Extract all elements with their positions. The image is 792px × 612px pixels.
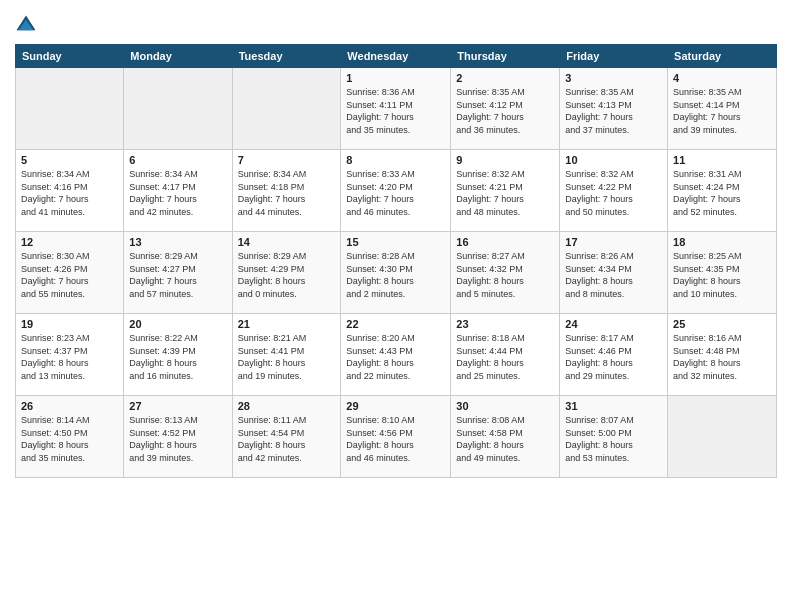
calendar-cell: 1Sunrise: 8:36 AM Sunset: 4:11 PM Daylig… xyxy=(341,68,451,150)
day-info: Sunrise: 8:32 AM Sunset: 4:22 PM Dayligh… xyxy=(565,168,662,218)
calendar-cell: 2Sunrise: 8:35 AM Sunset: 4:12 PM Daylig… xyxy=(451,68,560,150)
day-number: 20 xyxy=(129,318,226,330)
calendar-cell xyxy=(668,396,777,478)
calendar-week-row: 19Sunrise: 8:23 AM Sunset: 4:37 PM Dayli… xyxy=(16,314,777,396)
calendar-cell: 28Sunrise: 8:11 AM Sunset: 4:54 PM Dayli… xyxy=(232,396,341,478)
day-number: 23 xyxy=(456,318,554,330)
weekday-header: Thursday xyxy=(451,45,560,68)
calendar-cell: 12Sunrise: 8:30 AM Sunset: 4:26 PM Dayli… xyxy=(16,232,124,314)
day-number: 17 xyxy=(565,236,662,248)
day-info: Sunrise: 8:35 AM Sunset: 4:14 PM Dayligh… xyxy=(673,86,771,136)
calendar-cell: 26Sunrise: 8:14 AM Sunset: 4:50 PM Dayli… xyxy=(16,396,124,478)
calendar-cell: 14Sunrise: 8:29 AM Sunset: 4:29 PM Dayli… xyxy=(232,232,341,314)
day-number: 5 xyxy=(21,154,118,166)
calendar-cell: 10Sunrise: 8:32 AM Sunset: 4:22 PM Dayli… xyxy=(560,150,668,232)
calendar-cell: 7Sunrise: 8:34 AM Sunset: 4:18 PM Daylig… xyxy=(232,150,341,232)
day-info: Sunrise: 8:28 AM Sunset: 4:30 PM Dayligh… xyxy=(346,250,445,300)
header xyxy=(15,10,777,36)
calendar-cell xyxy=(16,68,124,150)
calendar-cell: 13Sunrise: 8:29 AM Sunset: 4:27 PM Dayli… xyxy=(124,232,232,314)
calendar-week-row: 5Sunrise: 8:34 AM Sunset: 4:16 PM Daylig… xyxy=(16,150,777,232)
day-number: 19 xyxy=(21,318,118,330)
calendar-cell: 8Sunrise: 8:33 AM Sunset: 4:20 PM Daylig… xyxy=(341,150,451,232)
weekday-header: Monday xyxy=(124,45,232,68)
calendar-cell: 16Sunrise: 8:27 AM Sunset: 4:32 PM Dayli… xyxy=(451,232,560,314)
calendar-cell: 29Sunrise: 8:10 AM Sunset: 4:56 PM Dayli… xyxy=(341,396,451,478)
day-number: 27 xyxy=(129,400,226,412)
day-number: 29 xyxy=(346,400,445,412)
day-info: Sunrise: 8:34 AM Sunset: 4:18 PM Dayligh… xyxy=(238,168,336,218)
day-number: 2 xyxy=(456,72,554,84)
day-info: Sunrise: 8:18 AM Sunset: 4:44 PM Dayligh… xyxy=(456,332,554,382)
day-number: 24 xyxy=(565,318,662,330)
day-number: 4 xyxy=(673,72,771,84)
day-number: 8 xyxy=(346,154,445,166)
day-info: Sunrise: 8:31 AM Sunset: 4:24 PM Dayligh… xyxy=(673,168,771,218)
weekday-header: Friday xyxy=(560,45,668,68)
calendar-header: SundayMondayTuesdayWednesdayThursdayFrid… xyxy=(16,45,777,68)
day-info: Sunrise: 8:27 AM Sunset: 4:32 PM Dayligh… xyxy=(456,250,554,300)
day-number: 3 xyxy=(565,72,662,84)
weekday-row: SundayMondayTuesdayWednesdayThursdayFrid… xyxy=(16,45,777,68)
calendar-week-row: 12Sunrise: 8:30 AM Sunset: 4:26 PM Dayli… xyxy=(16,232,777,314)
calendar-cell: 27Sunrise: 8:13 AM Sunset: 4:52 PM Dayli… xyxy=(124,396,232,478)
day-info: Sunrise: 8:29 AM Sunset: 4:27 PM Dayligh… xyxy=(129,250,226,300)
calendar-cell xyxy=(232,68,341,150)
day-number: 30 xyxy=(456,400,554,412)
day-info: Sunrise: 8:21 AM Sunset: 4:41 PM Dayligh… xyxy=(238,332,336,382)
day-number: 6 xyxy=(129,154,226,166)
day-number: 26 xyxy=(21,400,118,412)
calendar-cell: 19Sunrise: 8:23 AM Sunset: 4:37 PM Dayli… xyxy=(16,314,124,396)
day-info: Sunrise: 8:36 AM Sunset: 4:11 PM Dayligh… xyxy=(346,86,445,136)
logo xyxy=(15,14,41,36)
day-number: 18 xyxy=(673,236,771,248)
calendar-cell: 23Sunrise: 8:18 AM Sunset: 4:44 PM Dayli… xyxy=(451,314,560,396)
calendar-cell: 30Sunrise: 8:08 AM Sunset: 4:58 PM Dayli… xyxy=(451,396,560,478)
weekday-header: Saturday xyxy=(668,45,777,68)
page: SundayMondayTuesdayWednesdayThursdayFrid… xyxy=(0,0,792,612)
day-info: Sunrise: 8:11 AM Sunset: 4:54 PM Dayligh… xyxy=(238,414,336,464)
day-info: Sunrise: 8:35 AM Sunset: 4:13 PM Dayligh… xyxy=(565,86,662,136)
calendar-cell: 31Sunrise: 8:07 AM Sunset: 5:00 PM Dayli… xyxy=(560,396,668,478)
day-number: 15 xyxy=(346,236,445,248)
day-info: Sunrise: 8:07 AM Sunset: 5:00 PM Dayligh… xyxy=(565,414,662,464)
calendar-cell: 18Sunrise: 8:25 AM Sunset: 4:35 PM Dayli… xyxy=(668,232,777,314)
calendar-cell: 17Sunrise: 8:26 AM Sunset: 4:34 PM Dayli… xyxy=(560,232,668,314)
day-number: 21 xyxy=(238,318,336,330)
day-info: Sunrise: 8:10 AM Sunset: 4:56 PM Dayligh… xyxy=(346,414,445,464)
day-number: 1 xyxy=(346,72,445,84)
calendar-cell xyxy=(124,68,232,150)
day-info: Sunrise: 8:23 AM Sunset: 4:37 PM Dayligh… xyxy=(21,332,118,382)
day-info: Sunrise: 8:34 AM Sunset: 4:16 PM Dayligh… xyxy=(21,168,118,218)
day-number: 16 xyxy=(456,236,554,248)
day-number: 28 xyxy=(238,400,336,412)
calendar-week-row: 26Sunrise: 8:14 AM Sunset: 4:50 PM Dayli… xyxy=(16,396,777,478)
day-info: Sunrise: 8:20 AM Sunset: 4:43 PM Dayligh… xyxy=(346,332,445,382)
calendar-cell: 24Sunrise: 8:17 AM Sunset: 4:46 PM Dayli… xyxy=(560,314,668,396)
day-info: Sunrise: 8:25 AM Sunset: 4:35 PM Dayligh… xyxy=(673,250,771,300)
day-info: Sunrise: 8:26 AM Sunset: 4:34 PM Dayligh… xyxy=(565,250,662,300)
day-info: Sunrise: 8:08 AM Sunset: 4:58 PM Dayligh… xyxy=(456,414,554,464)
day-info: Sunrise: 8:33 AM Sunset: 4:20 PM Dayligh… xyxy=(346,168,445,218)
calendar-table: SundayMondayTuesdayWednesdayThursdayFrid… xyxy=(15,44,777,478)
calendar-cell: 9Sunrise: 8:32 AM Sunset: 4:21 PM Daylig… xyxy=(451,150,560,232)
calendar-cell: 4Sunrise: 8:35 AM Sunset: 4:14 PM Daylig… xyxy=(668,68,777,150)
day-number: 10 xyxy=(565,154,662,166)
day-number: 7 xyxy=(238,154,336,166)
calendar-cell: 6Sunrise: 8:34 AM Sunset: 4:17 PM Daylig… xyxy=(124,150,232,232)
weekday-header: Wednesday xyxy=(341,45,451,68)
day-info: Sunrise: 8:13 AM Sunset: 4:52 PM Dayligh… xyxy=(129,414,226,464)
day-number: 9 xyxy=(456,154,554,166)
weekday-header: Sunday xyxy=(16,45,124,68)
day-info: Sunrise: 8:22 AM Sunset: 4:39 PM Dayligh… xyxy=(129,332,226,382)
day-number: 25 xyxy=(673,318,771,330)
day-number: 22 xyxy=(346,318,445,330)
calendar-cell: 3Sunrise: 8:35 AM Sunset: 4:13 PM Daylig… xyxy=(560,68,668,150)
day-number: 13 xyxy=(129,236,226,248)
day-number: 31 xyxy=(565,400,662,412)
calendar-cell: 22Sunrise: 8:20 AM Sunset: 4:43 PM Dayli… xyxy=(341,314,451,396)
logo-icon xyxy=(15,14,37,36)
calendar-cell: 20Sunrise: 8:22 AM Sunset: 4:39 PM Dayli… xyxy=(124,314,232,396)
day-number: 14 xyxy=(238,236,336,248)
day-info: Sunrise: 8:34 AM Sunset: 4:17 PM Dayligh… xyxy=(129,168,226,218)
